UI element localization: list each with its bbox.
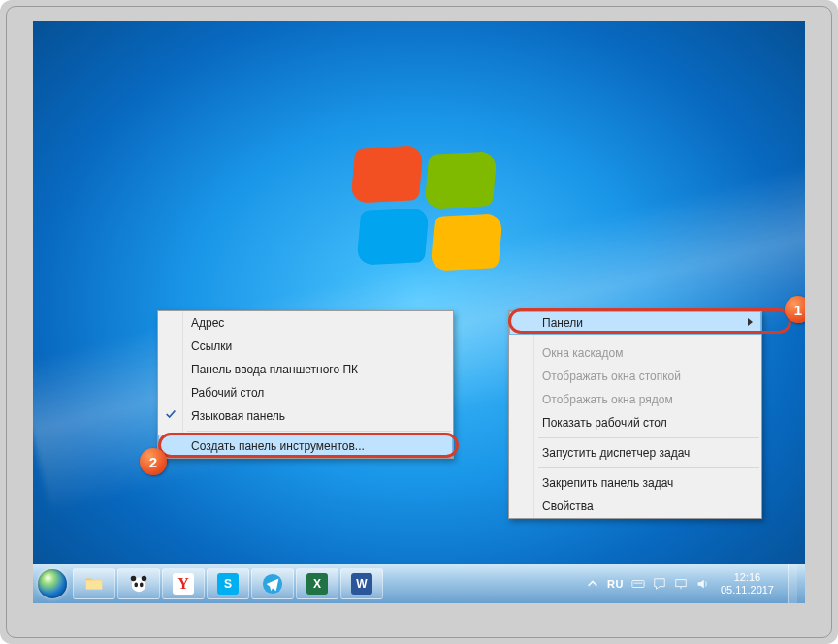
taskbar[interactable]: Y S X W RU xyxy=(33,564,805,603)
network-icon[interactable] xyxy=(674,577,688,591)
taskbar-clock[interactable]: 12:16 05.11.2017 xyxy=(721,571,774,596)
menu-item-side-by-side: Отображать окна рядом xyxy=(509,388,761,411)
menu-label: Окна каскадом xyxy=(542,346,624,360)
menu-item-toolbars[interactable]: Панели xyxy=(509,311,761,335)
system-tray: RU 12:16 05.11.2017 xyxy=(586,564,805,603)
clock-date: 05.11.2017 xyxy=(721,584,774,596)
menu-label: Закрепить панель задач xyxy=(542,476,673,490)
check-icon xyxy=(164,407,177,421)
menu-item-lock-taskbar[interactable]: Закрепить панель задач xyxy=(509,471,761,495)
taskbar-app-telegram[interactable] xyxy=(251,568,294,599)
submenu-label: Создать панель инструментов... xyxy=(191,439,365,453)
svg-point-4 xyxy=(140,583,144,588)
show-desktop-button[interactable] xyxy=(788,564,797,603)
clock-time: 12:16 xyxy=(721,571,774,584)
badge-number: 2 xyxy=(149,454,157,470)
start-button[interactable] xyxy=(33,564,72,603)
svg-point-2 xyxy=(142,576,147,582)
submenu-label: Рабочий стол xyxy=(191,386,264,400)
menu-item-cascade: Окна каскадом xyxy=(509,341,761,365)
taskbar-app-excel[interactable]: X xyxy=(296,568,338,599)
screenshot-frame: Адрес Ссылки Панель ввода планшетного ПК… xyxy=(0,0,838,644)
taskbar-app-panda[interactable] xyxy=(117,568,160,599)
language-indicator[interactable]: RU xyxy=(607,578,624,590)
taskbar-app-yandex[interactable]: Y xyxy=(162,568,205,599)
taskbar-app-explorer[interactable] xyxy=(73,568,115,599)
submenu-item-links[interactable]: Ссылки xyxy=(158,335,453,358)
menu-separator xyxy=(538,437,759,438)
submenu-arrow-icon xyxy=(748,318,753,326)
keyboard-icon[interactable] xyxy=(631,577,645,591)
pinned-apps: Y S X W xyxy=(72,568,384,599)
svg-point-1 xyxy=(131,576,137,582)
submenu-label: Панель ввода планшетного ПК xyxy=(191,363,358,376)
excel-icon: X xyxy=(306,573,328,595)
menu-separator xyxy=(538,338,759,338)
toolbars-submenu: Адрес Ссылки Панель ввода планшетного ПК… xyxy=(157,310,454,459)
svg-rect-8 xyxy=(676,580,687,587)
telegram-icon xyxy=(262,573,283,595)
menu-label: Свойства xyxy=(542,499,594,513)
taskbar-app-word[interactable]: W xyxy=(340,568,383,599)
taskbar-app-skype[interactable]: S xyxy=(207,568,249,599)
annotation-badge-1: 1 xyxy=(785,296,805,323)
menu-label: Запустить диспетчер задач xyxy=(542,446,690,460)
volume-icon[interactable] xyxy=(695,577,709,591)
menu-item-properties[interactable]: Свойства xyxy=(509,495,761,518)
word-icon: W xyxy=(351,573,372,595)
svg-rect-6 xyxy=(632,581,644,588)
start-orb-icon xyxy=(38,569,67,598)
yandex-icon: Y xyxy=(173,573,194,595)
menu-separator xyxy=(187,431,451,432)
menu-label: Показать рабочий стол xyxy=(542,416,667,430)
menu-label: Отображать окна стопкой xyxy=(542,370,681,383)
submenu-label: Ссылки xyxy=(191,339,232,353)
menu-separator xyxy=(538,467,759,468)
folder-icon xyxy=(83,573,105,595)
submenu-item-language-bar[interactable]: Языковая панель xyxy=(158,404,453,428)
menu-label: Отображать окна рядом xyxy=(542,393,673,406)
submenu-label: Адрес xyxy=(191,316,224,330)
action-center-icon[interactable] xyxy=(653,577,666,591)
windows-logo xyxy=(353,147,499,293)
tray-chevron-up-icon[interactable] xyxy=(586,577,599,591)
desktop[interactable]: Адрес Ссылки Панель ввода планшетного ПК… xyxy=(33,21,805,603)
skype-icon: S xyxy=(217,573,239,595)
submenu-item-desktop[interactable]: Рабочий стол xyxy=(158,381,453,404)
menu-label: Панели xyxy=(542,316,583,330)
badge-number: 1 xyxy=(794,302,802,318)
taskbar-context-menu: Панели Окна каскадом Отображать окна сто… xyxy=(508,310,762,519)
submenu-label: Языковая панель xyxy=(191,409,285,423)
annotation-badge-2: 2 xyxy=(140,448,167,475)
panda-icon xyxy=(128,573,149,595)
svg-point-3 xyxy=(134,583,138,588)
menu-item-stack: Отображать окна стопкой xyxy=(509,365,761,388)
menu-item-task-manager[interactable]: Запустить диспетчер задач xyxy=(509,441,761,465)
submenu-item-new-toolbar[interactable]: Создать панель инструментов... xyxy=(158,435,453,458)
submenu-item-tablet-input[interactable]: Панель ввода планшетного ПК xyxy=(158,358,453,381)
menu-item-show-desktop[interactable]: Показать рабочий стол xyxy=(509,411,761,435)
submenu-item-address[interactable]: Адрес xyxy=(158,311,453,335)
